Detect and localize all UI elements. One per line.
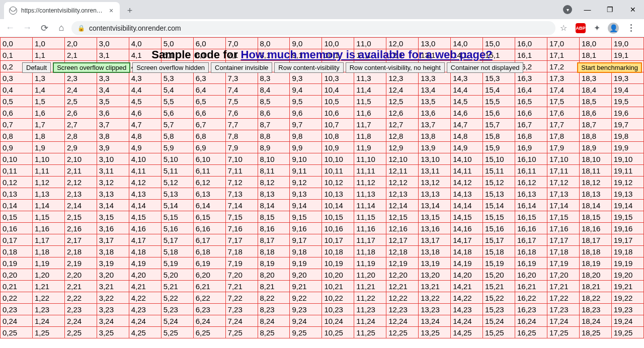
- grid-cell: 11,4: [354, 84, 386, 96]
- grid-cell: 10,10: [322, 153, 354, 165]
- grid-cell: 7,3: [225, 72, 258, 84]
- grid-cell: 5,1: [161, 49, 193, 61]
- reload-button[interactable]: ⟳: [37, 21, 51, 35]
- grid-cell: 7,23: [225, 304, 258, 315]
- grid-cell: 14,12: [451, 177, 483, 188]
- grid-cell: 17,17: [547, 234, 579, 246]
- grid-cell: 15,14: [483, 200, 515, 211]
- grid-cell: 15,3: [483, 72, 515, 84]
- grid-cell: 18,20: [579, 269, 611, 281]
- grid-cell: 5,4: [161, 84, 193, 96]
- grid-cell: 5,18: [161, 246, 193, 257]
- grid-cell: 6,19: [193, 257, 225, 269]
- grid-cell: 0,8: [1, 130, 33, 142]
- grid-cell: 7,16: [225, 223, 258, 234]
- grid-cell: 1,10: [32, 153, 64, 165]
- grid-cell: 11,16: [354, 223, 386, 234]
- grid-cell: 4,4: [129, 84, 161, 96]
- grid-cell: 3,16: [97, 223, 129, 234]
- grid-cell: 1,21: [32, 281, 64, 292]
- grid-cell: 18,9: [579, 142, 611, 153]
- back-button[interactable]: ←: [3, 21, 17, 35]
- grid-cell: 18,13: [579, 188, 611, 200]
- new-tab-button[interactable]: +: [123, 4, 137, 18]
- grid-cell: 16,25: [515, 327, 547, 338]
- table-row: 0,171,172,173,174,175,176,177,178,179,17…: [1, 234, 644, 246]
- container-invisible-button[interactable]: Container invisible: [211, 62, 272, 73]
- table-row: 0,01,02,03,04,05,06,07,08,09,010,011,012…: [1, 38, 644, 49]
- grid-cell: 17,19: [547, 257, 579, 269]
- default-button[interactable]: Default: [22, 62, 51, 73]
- forward-button[interactable]: →: [20, 21, 34, 35]
- menu-button[interactable]: [625, 24, 637, 32]
- browser-toolbar: ← → ⟳ ⌂ 🔒 contentvisibility.onrender.com…: [0, 19, 644, 37]
- close-icon[interactable]: ×: [108, 7, 115, 14]
- grid-cell: 17,12: [547, 177, 579, 188]
- table-row: 0,251,252,253,254,255,256,257,258,259,25…: [1, 327, 644, 338]
- grid-cell: 2,7: [64, 119, 97, 130]
- grid-cell: 1,7: [32, 119, 64, 130]
- avatar[interactable]: 👤: [608, 23, 619, 34]
- grid-cell: 1,18: [32, 246, 64, 257]
- grid-cell: 3,5: [97, 96, 129, 107]
- grid-cell: 11,13: [354, 188, 386, 200]
- grid-cell: 0,24: [1, 315, 33, 327]
- grid-cell: 18,23: [579, 304, 611, 315]
- grid-cell: 9,6: [290, 107, 322, 119]
- row-cv-noheight-button[interactable]: Row content-visibility, no height: [346, 62, 445, 73]
- grid-cell: 15,4: [483, 84, 515, 96]
- maximize-button[interactable]: ❐: [599, 2, 621, 17]
- abp-icon[interactable]: ABP: [576, 23, 586, 33]
- heading-link[interactable]: How much memory is available for a web p…: [241, 48, 493, 61]
- grid-cell: 0,1: [1, 49, 33, 61]
- grid-cell: 9,11: [290, 165, 322, 177]
- grid-cell: 2,3: [64, 72, 97, 84]
- grid-cell: 19,17: [611, 234, 643, 246]
- address-bar[interactable]: 🔒 contentvisibility.onrender.com: [71, 21, 555, 35]
- grid-cell: 18,8: [579, 130, 611, 142]
- grid-cell: 18,17: [579, 234, 611, 246]
- overflow-clipped-button[interactable]: Screen overflow clipped: [53, 62, 130, 73]
- grid-cell: 5,12: [161, 177, 193, 188]
- grid-cell: 12,15: [386, 211, 419, 223]
- browser-tab[interactable]: https://contentvisibility.onrender ×: [4, 2, 120, 19]
- grid-cell: 18,22: [579, 292, 611, 304]
- grid-cell: 19,22: [611, 292, 643, 304]
- grid-cell: 13,5: [419, 96, 451, 107]
- grid-cell: 4,19: [129, 257, 161, 269]
- grid-cell: 2,15: [64, 211, 97, 223]
- grid-cell: 17,1: [547, 49, 579, 61]
- start-benchmarking-button[interactable]: Start benchmarking: [577, 62, 642, 73]
- minimize-button[interactable]: —: [576, 2, 599, 17]
- grid-cell: 6,12: [193, 177, 225, 188]
- profile-badge-icon[interactable]: ▾: [563, 5, 572, 14]
- grid-cell: 4,16: [129, 223, 161, 234]
- grid-cell: 1,3: [32, 72, 64, 84]
- grid-cell: 4,18: [129, 246, 161, 257]
- grid-cell: 5,13: [161, 188, 193, 200]
- extension-icons: ABP ✦ 👤: [572, 23, 641, 34]
- grid-cell: 9,15: [290, 211, 322, 223]
- grid-cell: 13,18: [419, 246, 451, 257]
- row-cv-button[interactable]: Row content-visibility: [274, 62, 343, 73]
- grid-cell: 13,0: [419, 38, 451, 49]
- grid-cell: 12,0: [386, 38, 419, 49]
- grid-cell: 7,18: [225, 246, 258, 257]
- grid-cell: 11,11: [354, 165, 386, 177]
- star-icon[interactable]: ☆: [558, 23, 569, 33]
- close-window-button[interactable]: ✕: [621, 2, 644, 17]
- overflow-hidden-button[interactable]: Screen overflow hidden: [132, 62, 209, 73]
- home-button[interactable]: ⌂: [54, 21, 68, 35]
- grid-cell: 3,18: [97, 246, 129, 257]
- grid-cell: 8,23: [258, 304, 290, 315]
- container-notdisplayed-button[interactable]: Container not displayed: [447, 62, 524, 73]
- lock-icon: 🔒: [77, 25, 85, 32]
- grid-cell: 8,24: [258, 315, 290, 327]
- grid-cell: 15,12: [483, 177, 515, 188]
- grid-cell: 16,18: [515, 246, 547, 257]
- grid-cell: 10,9: [322, 142, 354, 153]
- grid-cell: 1,0: [32, 38, 64, 49]
- grid-cell: 16,20: [515, 269, 547, 281]
- extensions-icon[interactable]: ✦: [592, 23, 602, 33]
- grid-cell: 8,15: [258, 211, 290, 223]
